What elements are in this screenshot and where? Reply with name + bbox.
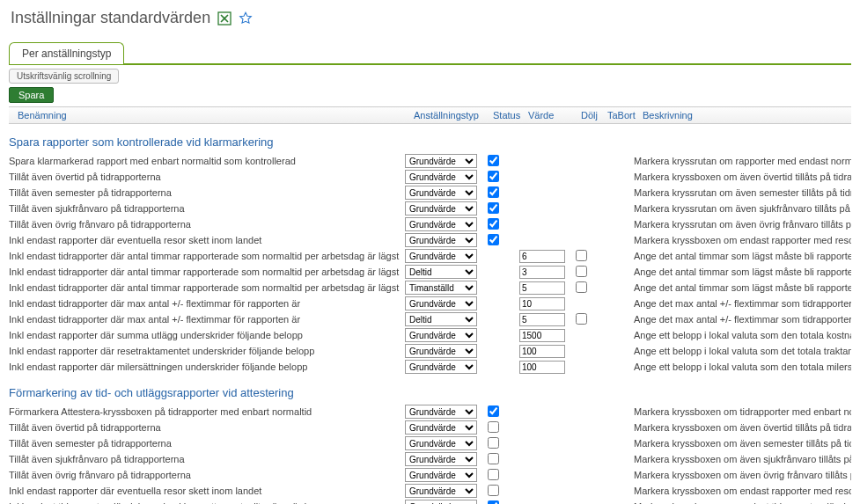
setting-row: Tillåt även sjukfrånvaro på tidrapporter…: [9, 451, 851, 467]
col-header-tabort[interactable]: TaBort: [607, 110, 643, 121]
status-checkbox[interactable]: [488, 469, 499, 480]
status-checkbox[interactable]: [488, 171, 499, 182]
value-input[interactable]: [519, 297, 565, 310]
setting-row: Inkl endast tidrapporter där max antal +…: [9, 296, 851, 311]
value-input[interactable]: [519, 250, 565, 263]
setting-name: Tillåt även övertid på tidrapporterna: [9, 172, 405, 182]
dolj-checkbox[interactable]: [576, 266, 587, 277]
status-checkbox[interactable]: [488, 485, 499, 496]
setting-name: Förmarkera Attestera-kryssboxen på tidra…: [9, 406, 405, 417]
setting-description: Ange ett belopp i lokal valuta som den t…: [634, 330, 851, 340]
setting-description: Markera kryssrutan om även övrig frånvar…: [634, 219, 851, 230]
setting-description: Markera kryssboxen om även sjukfrånvaro …: [634, 454, 851, 464]
save-button[interactable]: Spara: [9, 87, 54, 103]
setting-name: Tillåt även sjukfrånvaro på tidrapporter…: [9, 203, 405, 214]
setting-description: Markera kryssboxen om även övertid tillå…: [634, 172, 851, 182]
setting-name: Inkl endast tidrapporter där max antal +…: [9, 314, 405, 325]
value-input[interactable]: [519, 313, 565, 326]
anstallningstyp-select[interactable]: GrundvärdeDeltidTimanställd: [405, 233, 477, 247]
setting-description: Markera kryssboxen om tidrapporter med e…: [634, 406, 851, 417]
setting-description: Markera kryssboxen om även övertid tillå…: [634, 422, 851, 433]
anstallningstyp-select[interactable]: GrundvärdeDeltidTimanställd: [405, 500, 477, 504]
setting-name: Tillåt även övrig frånvaro på tidrapport…: [9, 219, 405, 230]
status-checkbox[interactable]: [488, 218, 499, 230]
setting-row: Tillåt även sjukfrånvaro på tidrapporter…: [9, 201, 851, 216]
status-checkbox[interactable]: [488, 500, 499, 505]
setting-name: Inkl endast tidrapporter där antal timma…: [9, 282, 405, 293]
col-header-besk[interactable]: Beskrivning: [643, 110, 842, 121]
anstallningstyp-select[interactable]: GrundvärdeDeltidTimanställd: [405, 265, 477, 279]
status-checkbox[interactable]: [488, 437, 499, 449]
setting-row: Förmarkera Attestera-kryssboxen på tidra…: [9, 404, 851, 420]
anstallningstyp-select[interactable]: GrundvärdeDeltidTimanställd: [405, 468, 477, 482]
anstallningstyp-select[interactable]: GrundvärdeDeltidTimanställd: [405, 249, 477, 263]
setting-description: Markera kryssboxen om endast rapporter m…: [634, 235, 851, 245]
page-title: Inställningar standardvärden: [11, 9, 210, 27]
col-header-name[interactable]: Benämning: [18, 110, 414, 121]
setting-description: Markera kryssrutan om rapporter med enda…: [634, 156, 851, 166]
status-checkbox[interactable]: [488, 234, 499, 245]
anstallningstyp-select[interactable]: GrundvärdeDeltidTimanställd: [405, 405, 477, 419]
setting-description: Ange ett belopp i lokal valuta som det t…: [634, 346, 851, 356]
setting-row: Inkl endast tidrapporter där antal timma…: [9, 264, 851, 280]
status-checkbox[interactable]: [488, 405, 499, 417]
setting-description: Ange ett belopp i lokal valuta som den t…: [634, 362, 851, 372]
anstallningstyp-select[interactable]: GrundvärdeDeltidTimanställd: [405, 360, 477, 374]
value-input[interactable]: [519, 361, 565, 374]
setting-name: Inkl endast rapporter där eventuella res…: [9, 235, 405, 245]
anstallningstyp-select[interactable]: GrundvärdeDeltidTimanställd: [405, 217, 477, 231]
value-input[interactable]: [519, 266, 565, 279]
star-icon[interactable]: [239, 11, 253, 26]
value-input[interactable]: [519, 329, 565, 342]
excel-export-icon[interactable]: [217, 11, 232, 26]
setting-row: Inkl endast rapporter där eventuella res…: [9, 483, 851, 499]
setting-name: Inkl endast rapporter där summa utlägg u…: [9, 330, 405, 340]
value-input[interactable]: [519, 281, 565, 295]
setting-name: Inkl endast tidrapporter där antal timma…: [9, 267, 405, 277]
anstallningstyp-select[interactable]: GrundvärdeDeltidTimanställd: [405, 281, 477, 295]
print-friendly-button[interactable]: Utskriftsvänlig scrollning: [9, 69, 119, 84]
anstallningstyp-select[interactable]: GrundvärdeDeltidTimanställd: [405, 186, 477, 200]
setting-row: Inkl endast rapporter där milersättninge…: [9, 359, 851, 375]
status-checkbox[interactable]: [488, 155, 499, 166]
setting-description: Markera kryssrutan om även sjukfrånvaro …: [634, 203, 851, 214]
anstallningstyp-select[interactable]: GrundvärdeDeltidTimanställd: [405, 344, 477, 358]
status-checkbox[interactable]: [488, 186, 499, 198]
setting-row: Tillåt även övrig frånvaro på tidrapport…: [9, 467, 851, 483]
anstallningstyp-select[interactable]: GrundvärdeDeltidTimanställd: [405, 452, 477, 466]
anstallningstyp-select[interactable]: GrundvärdeDeltidTimanställd: [405, 328, 477, 342]
setting-name: Inkl endast tidrapporter där max antal +…: [9, 298, 405, 309]
setting-name: Tillåt även semester på tidrapporterna: [9, 438, 405, 449]
setting-name: Inkl endast rapporter där resetraktament…: [9, 346, 405, 356]
anstallningstyp-select[interactable]: GrundvärdeDeltidTimanställd: [405, 296, 477, 310]
status-checkbox[interactable]: [488, 421, 499, 433]
setting-row: Inkl endast tidrapporter där antal timma…: [9, 248, 851, 264]
setting-name: Tillåt även semester på tidrapporterna: [9, 187, 405, 198]
col-header-varde[interactable]: Värde: [528, 110, 581, 121]
anstallningstyp-select[interactable]: GrundvärdeDeltidTimanställd: [405, 154, 477, 168]
dolj-checkbox[interactable]: [576, 313, 587, 325]
anstallningstyp-select[interactable]: GrundvärdeDeltidTimanställd: [405, 420, 477, 435]
anstallningstyp-select[interactable]: GrundvärdeDeltidTimanställd: [405, 436, 477, 450]
setting-description: Ange det antal timmar som lägst måste bl…: [634, 267, 851, 277]
value-input[interactable]: [519, 345, 565, 358]
setting-name: Tillåt även övrig frånvaro på tidrapport…: [9, 470, 405, 480]
setting-description: Ange det antal timmar som lägst måste bl…: [634, 251, 851, 261]
col-header-dolj[interactable]: Dölj: [581, 110, 607, 121]
anstallningstyp-select[interactable]: GrundvärdeDeltidTimanställd: [405, 312, 477, 326]
col-header-status[interactable]: Status: [493, 110, 528, 121]
anstallningstyp-select[interactable]: GrundvärdeDeltidTimanställd: [405, 484, 477, 498]
tab-per-anstallningstyp[interactable]: Per anställningstyp: [9, 42, 124, 64]
column-header-row: Benämning Anställningstyp Status Värde D…: [9, 106, 851, 124]
dolj-checkbox[interactable]: [576, 250, 587, 261]
dolj-checkbox[interactable]: [576, 281, 587, 293]
setting-row: Inkl endast tidrapporter där max antal +…: [9, 311, 851, 327]
col-header-anst[interactable]: Anställningstyp: [414, 110, 493, 121]
anstallningstyp-select[interactable]: GrundvärdeDeltidTimanställd: [405, 170, 477, 184]
setting-row: Tillåt även övertid på tidrapporternaGru…: [9, 169, 851, 185]
anstallningstyp-select[interactable]: GrundvärdeDeltidTimanställd: [405, 201, 477, 215]
status-checkbox[interactable]: [488, 453, 499, 464]
section-title: Förmarkering av tid- och utläggsrapporte…: [9, 383, 851, 404]
status-checkbox[interactable]: [488, 202, 499, 214]
setting-description: Markera kryssboxen om även övrig frånvar…: [634, 470, 851, 480]
